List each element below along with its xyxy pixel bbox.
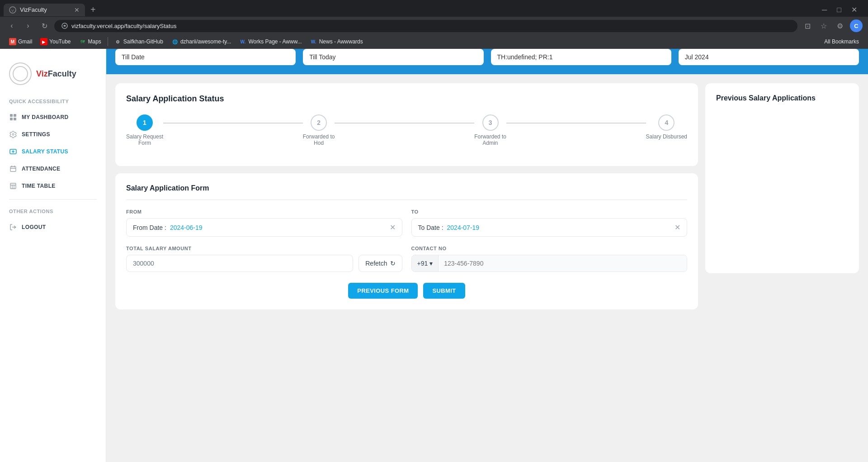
extensions-button[interactable]: ⚙ (834, 19, 846, 32)
bookmark-works-label: Works Page - Awww... (248, 38, 302, 45)
right-panel: Previous Salary Applications (705, 83, 859, 310)
svg-point-3 (13, 67, 28, 81)
previous-form-button[interactable]: PREVIOUS FORM (348, 283, 418, 299)
bookmark-github[interactable]: ⚙ Saifkhan-GitHub (111, 37, 167, 47)
bookmark-gmail-label: Gmail (18, 38, 32, 45)
step-connector-3-4 (506, 123, 646, 124)
bookmark-works[interactable]: W. Works Page - Awww... (236, 37, 305, 47)
banner-card-2: TH:undefined; PR:1 (491, 49, 671, 65)
country-chevron-icon: ▾ (429, 260, 433, 267)
step-2: 2 Forwarded to Hod (303, 114, 335, 146)
from-date-value: 2024-06-19 (170, 224, 203, 231)
cast-button[interactable]: ⊡ (801, 19, 814, 32)
svg-rect-10 (10, 167, 16, 171)
from-date-text: From Date : (133, 224, 166, 231)
logout-label: LOGOUT (22, 224, 46, 230)
bookmark-button[interactable]: ☆ (817, 19, 830, 32)
forward-button[interactable]: › (22, 19, 34, 32)
minimize-button[interactable]: ─ (818, 5, 830, 15)
timetable-label: TIME TABLE (22, 183, 56, 189)
form-title: Salary Application Form (126, 184, 687, 200)
timetable-icon (9, 182, 17, 190)
all-bookmarks-label: All Bookmarks (824, 38, 859, 45)
attendance-icon (9, 165, 17, 173)
address-bar[interactable]: vizfaculty.vercel.app/faculty/salaryStat… (54, 20, 797, 32)
step-connector-2-3 (335, 123, 474, 124)
dashboard-label: MY DASHBOARD (22, 114, 68, 120)
top-banner: Till Date Till Today TH:undefined; PR:1 … (106, 49, 868, 74)
sidebar: VizFaculty QUICK ACCESSIBILITY MY DASHBO… (0, 49, 106, 462)
bookmark-dzharii-label: dzharii/awesome-ty... (180, 38, 231, 45)
from-date-clear[interactable]: ✕ (390, 223, 396, 232)
contact-group: CONTACT NO +91 ▾ (411, 246, 688, 272)
nav-divider (9, 199, 97, 200)
tab-close-button[interactable]: ✕ (74, 7, 80, 13)
sidebar-item-attendance[interactable]: ATTENDANCE (0, 160, 106, 177)
sidebar-item-dashboard[interactable]: MY DASHBOARD (0, 109, 106, 126)
salary-group: TOTAL SALARY AMOUNT Refetch ↻ (126, 246, 402, 272)
close-button[interactable]: ✕ (848, 5, 861, 15)
step-4-label: Salary Disbursed (646, 133, 687, 140)
submit-button[interactable]: SUBMIT (423, 283, 465, 299)
refresh-button[interactable]: ↻ (38, 19, 51, 32)
sidebar-item-timetable[interactable]: TIME TABLE (0, 177, 106, 195)
back-button[interactable]: ‹ (5, 19, 18, 32)
dzharii-icon: 🌐 (171, 38, 179, 45)
salary-status-title: Salary Application Status (126, 94, 687, 104)
bookmark-gmail[interactable]: M Gmail (5, 37, 36, 47)
browser-tab[interactable]: V VizFaculty ✕ (4, 4, 85, 16)
step-1-number: 1 (143, 119, 146, 126)
gmail-icon: M (9, 38, 16, 45)
to-date-input[interactable]: To Date : 2024-07-19 ✕ (411, 218, 688, 237)
sidebar-item-salary-status[interactable]: SALARY STATUS (0, 143, 106, 160)
contact-label: CONTACT NO (411, 246, 688, 251)
profile-button[interactable]: C (850, 19, 863, 32)
step-1-label: Salary Request Form (126, 133, 163, 146)
refetch-button[interactable]: Refetch ↻ (359, 255, 402, 272)
works-icon: W. (239, 38, 246, 45)
svg-rect-6 (10, 118, 13, 120)
from-label: FROM (126, 209, 402, 214)
steps-container: 1 Salary Request Form 2 (126, 114, 687, 146)
youtube-icon: ▶ (40, 38, 47, 45)
svg-point-8 (12, 133, 14, 135)
all-bookmarks-button[interactable]: All Bookmarks (821, 37, 863, 46)
banner-card-3-label: Jul 2024 (685, 53, 709, 61)
contact-number-input[interactable] (439, 255, 687, 271)
form-actions: PREVIOUS FORM SUBMIT (126, 283, 687, 299)
bookmark-github-label: Saifkhan-GitHub (123, 38, 163, 45)
bookmark-maps[interactable]: 🗺 Maps (75, 37, 105, 47)
new-tab-button[interactable]: + (87, 3, 99, 17)
bookmark-youtube-label: YouTube (49, 38, 71, 45)
sidebar-item-logout[interactable]: LOGOUT (0, 219, 106, 236)
salary-status-label: SALARY STATUS (22, 148, 68, 155)
svg-rect-4 (10, 114, 13, 117)
salary-input[interactable] (126, 255, 353, 272)
from-group: FROM From Date : 2024-06-19 ✕ (126, 209, 402, 237)
country-code-select[interactable]: +91 ▾ (412, 255, 439, 271)
banner-card-0: Till Date (115, 49, 296, 65)
news-icon: W. (310, 38, 317, 45)
step-2-circle: 2 (311, 114, 327, 131)
previous-salary-card: Previous Salary Applications (705, 83, 859, 273)
sidebar-item-settings[interactable]: SETTINGS (0, 126, 106, 143)
bookmark-news-label: News - Awwwards (319, 38, 363, 45)
bookmark-maps-label: Maps (88, 38, 101, 45)
tab-favicon: V (9, 6, 16, 14)
step-1-circle: 1 (137, 114, 153, 131)
bookmark-news[interactable]: W. News - Awwwards (307, 37, 367, 47)
from-date-input[interactable]: From Date : 2024-06-19 ✕ (126, 218, 402, 237)
quick-accessibility-label: QUICK ACCESSIBILITY (0, 99, 106, 109)
banner-card-1: Till Today (303, 49, 483, 65)
to-date-clear[interactable]: ✕ (675, 223, 680, 232)
to-date-value: 2024-07-19 (447, 224, 480, 231)
step-connector-1-2 (163, 123, 303, 124)
refetch-label: Refetch (365, 260, 387, 267)
maximize-button[interactable]: □ (833, 5, 845, 15)
form-card: Salary Application Form FROM From Date :… (115, 173, 698, 310)
dashboard-icon (9, 113, 17, 121)
bookmark-dzharii[interactable]: 🌐 dzharii/awesome-ty... (168, 37, 235, 47)
github-icon: ⚙ (114, 38, 122, 45)
bookmark-youtube[interactable]: ▶ YouTube (37, 37, 74, 47)
attendance-label: ATTENDANCE (22, 166, 60, 172)
